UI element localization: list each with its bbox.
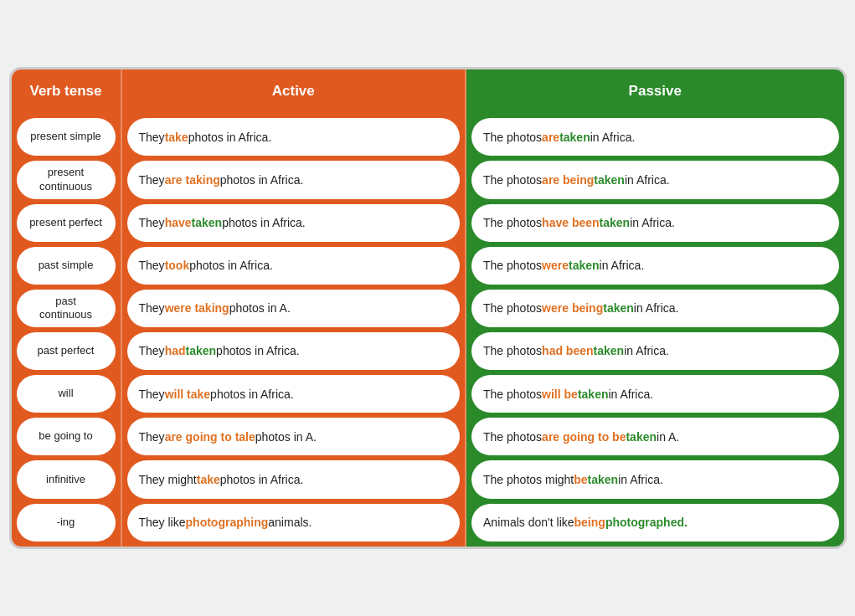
passive-orange-9: being	[574, 515, 605, 530]
passive-cell-8: The photos might be taken in Africa.	[471, 460, 838, 498]
verb-cell-8: infinitive	[17, 460, 116, 498]
active-orange-6: will take	[165, 387, 210, 402]
verb-cell-3: past simple	[17, 247, 116, 285]
active-cell-2: They have taken photos in Africa.	[127, 204, 461, 242]
passive-green-7: taken	[626, 429, 657, 444]
passive-cell-1: The photos are being taken in Africa.	[471, 161, 838, 198]
passive-green-9: photographed.	[605, 515, 688, 530]
passive-orange-4: were being	[542, 300, 603, 316]
active-orange-8: take	[197, 472, 220, 487]
active-orange-1: are taking	[165, 172, 220, 187]
passive-green-0: taken	[559, 130, 590, 145]
active-orange-9: photographing	[186, 515, 269, 530]
passive-cell-4: The photos were being taken in Africa.	[471, 290, 838, 327]
passive-cell-3: The photos were taken in Africa.	[471, 247, 838, 285]
active-header: Active	[122, 69, 466, 113]
passive-green-3: taken	[569, 258, 600, 273]
passive-header: Passive	[466, 69, 843, 113]
passive-orange-2: have been	[542, 215, 599, 230]
active-rows: They take photos in Africa.They are taki…	[122, 113, 466, 547]
active-green-2: taken	[192, 215, 223, 230]
passive-cell-0: The photos are taken in Africa.	[471, 118, 838, 156]
passive-cell-7: The photos are going to be taken in A.	[471, 418, 838, 455]
passive-green-4: taken	[603, 300, 634, 316]
verb-cell-4: past continuous	[17, 290, 116, 327]
active-column: Active They take photos in Africa.They a…	[121, 69, 467, 547]
passive-orange-0: are	[542, 130, 559, 145]
verb-rows: present simplepresent continuouspresent …	[12, 113, 121, 547]
verb-cell-6: will	[17, 375, 116, 413]
passive-orange-1: are being	[542, 172, 594, 187]
active-orange-3: took	[165, 258, 190, 273]
passive-green-5: taken	[594, 343, 625, 358]
active-orange-2: have	[165, 215, 192, 230]
active-orange-7: are going to tale	[165, 429, 255, 444]
passive-green-2: taken	[600, 215, 631, 230]
verb-header: Verb tense	[12, 69, 121, 113]
active-cell-9: They like photographing animals.	[127, 504, 461, 542]
passive-orange-6: will be	[542, 387, 578, 402]
passive-orange-7: are going to be	[542, 429, 626, 444]
passive-green-6: taken	[578, 387, 609, 402]
active-green-5: taken	[186, 343, 217, 358]
verb-cell-2: present perfect	[17, 204, 116, 242]
active-cell-7: They are going to tale photos in A.	[127, 418, 461, 455]
passive-rows: The photos are taken in Africa.The photo…	[466, 113, 843, 547]
active-cell-6: They will take photos in Africa.	[127, 375, 461, 413]
grammar-table: Verb tense present simplepresent continu…	[9, 67, 847, 549]
verb-column: Verb tense present simplepresent continu…	[12, 69, 121, 547]
active-orange-5: had	[165, 343, 186, 358]
active-orange-0: take	[165, 130, 188, 145]
passive-green-1: taken	[594, 172, 625, 187]
passive-orange-3: were	[542, 258, 569, 273]
active-cell-1: They are taking photos in Africa.	[127, 161, 461, 198]
passive-cell-2: The photos have been taken in Africa.	[471, 204, 838, 242]
active-cell-3: They took photos in Africa.	[127, 247, 461, 285]
passive-cell-6: The photos will be taken in Africa.	[471, 375, 838, 413]
verb-cell-7: be going to	[17, 418, 116, 455]
passive-orange-8: be	[574, 472, 587, 487]
passive-orange-5: had been	[542, 343, 593, 358]
active-cell-5: They had taken photos in Africa.	[127, 332, 461, 370]
active-cell-0: They take photos in Africa.	[127, 118, 461, 156]
verb-cell-1: present continuous	[17, 161, 116, 198]
passive-green-8: taken	[588, 472, 619, 487]
passive-column: Passive The photos are taken in Africa.T…	[466, 69, 843, 547]
active-orange-4: were taking	[165, 300, 229, 316]
verb-cell-0: present simple	[17, 118, 116, 156]
active-cell-4: They were taking photos in A.	[127, 290, 461, 327]
passive-cell-9: Animals don't like being photographed.	[471, 504, 838, 542]
verb-cell-9: -ing	[17, 504, 116, 542]
verb-cell-5: past perfect	[17, 332, 116, 370]
passive-cell-5: The photos had been taken in Africa.	[471, 332, 838, 370]
active-cell-8: They might take photos in Africa.	[127, 460, 461, 498]
